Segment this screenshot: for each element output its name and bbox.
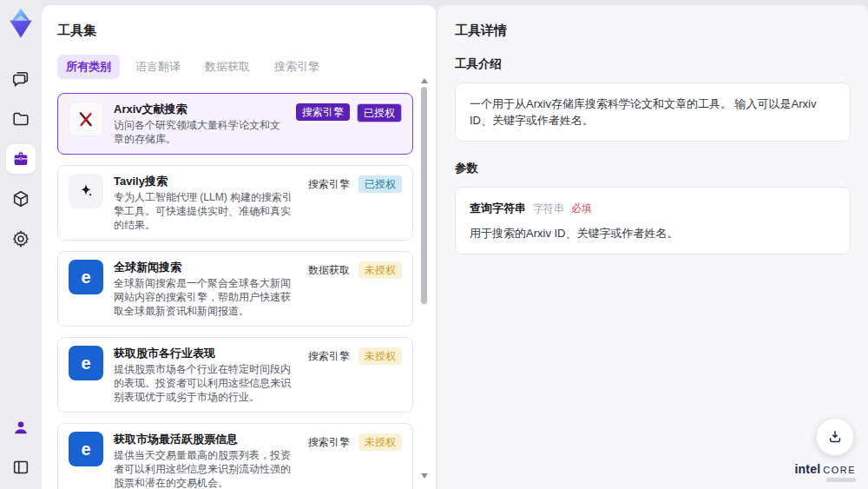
- tool-card-active-stocks[interactable]: e 获取市场最活跃股票信息 提供当天交易量最高的股票列表，投资者可以利用这些信息…: [57, 423, 413, 489]
- list-scrollbar[interactable]: [420, 78, 428, 479]
- tool-details-panel: 工具详情 工具介绍 一个用于从Arxiv存储库搜索科学论文和文章的工具。 输入可…: [437, 5, 868, 489]
- details-title: 工具详情: [455, 23, 851, 39]
- tool-name: 获取股市各行业表现: [114, 346, 298, 360]
- news-search-icon: e: [69, 260, 103, 294]
- tool-name: Tavily搜索: [114, 174, 298, 188]
- market-data-icon: e: [69, 432, 103, 466]
- tool-card-tavily[interactable]: Tavily搜索 专为人工智能代理 (LLM) 构建的搜索引擎工具。可快速提供实…: [57, 165, 413, 241]
- brand-sub-mark: [826, 478, 856, 482]
- param-card: 查询字符串 字符串 必填 用于搜索的Arxiv ID、关键字或作者姓名。: [455, 187, 851, 254]
- tab-search-engine[interactable]: 搜索引擎: [266, 55, 328, 79]
- tab-translation[interactable]: 语言翻译: [127, 55, 189, 79]
- intro-card: 一个用于从Arxiv存储库搜索科学论文和文章的工具。 输入可以是Arxiv ID…: [455, 83, 851, 142]
- download-button[interactable]: [816, 418, 854, 456]
- status-badge: 已授权: [357, 103, 402, 122]
- page-title: 工具集: [57, 23, 413, 39]
- download-icon: [826, 428, 844, 446]
- tool-desc: 访问各个研究领域大量科学论文和文章的存储库。: [114, 118, 287, 146]
- intro-text: 一个用于从Arxiv存储库搜索科学论文和文章的工具。 输入可以是Arxiv ID…: [470, 97, 816, 127]
- tool-list: Arxiv文献搜索 访问各个研究领域大量科学论文和文章的存储库。 搜索引擎 已授…: [57, 93, 413, 489]
- sidebar-item-packages[interactable]: [6, 184, 36, 214]
- scroll-up-arrow[interactable]: [421, 78, 428, 83]
- intro-heading: 工具介绍: [455, 56, 851, 72]
- category-badge: 搜索引擎: [306, 347, 352, 365]
- category-tabs: 所有类别 语言翻译 数据获取 搜索引擎: [57, 55, 413, 79]
- brand-core: CORE: [823, 465, 856, 475]
- sidebar-item-collapse[interactable]: [6, 453, 36, 482]
- tab-data-fetch[interactable]: 数据获取: [196, 55, 259, 79]
- sidebar-item-files[interactable]: [6, 104, 36, 134]
- app-logo-icon[interactable]: [6, 7, 36, 40]
- scroll-down-arrow[interactable]: [421, 473, 428, 479]
- category-badge: 搜索引擎: [306, 433, 352, 451]
- tool-card-global-news[interactable]: e 全球新闻搜索 全球新闻搜索是一个聚合全球各大新闻网站内容的搜索引擎，帮助用户…: [57, 251, 413, 327]
- sidebar-item-chat[interactable]: [6, 64, 36, 94]
- tool-desc: 全球新闻搜索是一个聚合全球各大新闻网站内容的搜索引擎，帮助用户快速获取全球最新资…: [114, 276, 298, 318]
- category-badge: 搜索引擎: [306, 175, 352, 193]
- tool-name: Arxiv文献搜索: [114, 102, 287, 116]
- folder-icon: [11, 109, 30, 129]
- brand-intel: intel: [794, 464, 820, 474]
- category-badge: 搜索引擎: [296, 103, 350, 121]
- category-badge: 数据获取: [306, 261, 352, 279]
- tool-name: 全球新闻搜索: [114, 260, 298, 274]
- tool-card-sector-performance[interactable]: e 获取股市各行业表现 提供股票市场各个行业在特定时间段内的表现。投资者可以利用…: [57, 337, 413, 413]
- panel-toggle-icon: [11, 458, 30, 477]
- status-badge: 未授权: [358, 347, 402, 365]
- tool-name: 获取市场最活跃股票信息: [114, 432, 298, 446]
- param-type: 字符串: [533, 201, 564, 217]
- sidebar-item-account[interactable]: [6, 413, 36, 442]
- tool-list-panel: 工具集 所有类别 语言翻译 数据获取 搜索引擎 Arxiv文献搜索 访问各个研究…: [42, 5, 436, 489]
- sparkle-icon: [69, 174, 103, 208]
- gear-icon: [11, 229, 30, 248]
- sidebar-item-tools[interactable]: [6, 144, 36, 174]
- arxiv-icon: [69, 102, 103, 136]
- param-desc: 用于搜索的Arxiv ID、关键字或作者姓名。: [470, 225, 836, 241]
- status-badge: 未授权: [358, 261, 402, 279]
- sidebar-item-settings[interactable]: [6, 224, 36, 254]
- intel-core-logo: intel CORE: [794, 464, 856, 482]
- tool-card-arxiv[interactable]: Arxiv文献搜索 访问各个研究领域大量科学论文和文章的存储库。 搜索引擎 已授…: [57, 93, 413, 155]
- scrollbar-thumb[interactable]: [421, 87, 427, 304]
- toolbox-icon: [11, 149, 30, 169]
- param-required-badge: 必填: [571, 201, 592, 217]
- left-sidebar: [0, 0, 42, 489]
- tab-all-categories[interactable]: 所有类别: [57, 55, 120, 79]
- status-badge: 已授权: [358, 175, 402, 193]
- tool-desc: 提供股票市场各个行业在特定时间段内的表现。投资者可以利用这些信息来识别表现优于或…: [114, 362, 298, 404]
- cube-icon: [11, 189, 30, 208]
- params-heading: 参数: [455, 161, 851, 176]
- param-name: 查询字符串: [470, 200, 526, 216]
- status-badge: 未授权: [358, 433, 402, 451]
- tool-desc: 提供当天交易量最高的股票列表，投资者可以利用这些信息来识别流动性强的股票和潜在的…: [114, 448, 298, 489]
- chat-icon: [11, 69, 30, 89]
- user-icon: [11, 418, 30, 437]
- market-data-icon: e: [69, 346, 103, 380]
- tool-desc: 专为人工智能代理 (LLM) 构建的搜索引擎工具。可快速提供实时、准确和真实的结…: [114, 190, 298, 232]
